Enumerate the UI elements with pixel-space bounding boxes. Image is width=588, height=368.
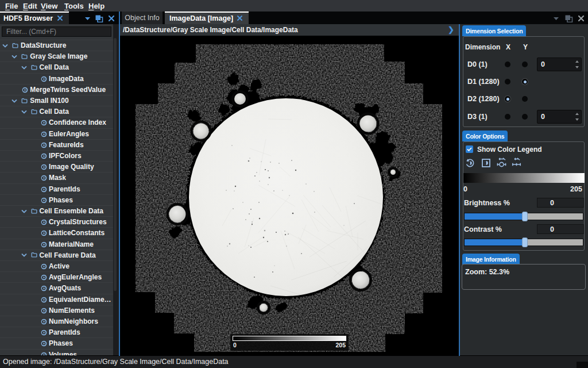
svg-text:205: 205 xyxy=(335,342,346,348)
svg-text:0: 0 xyxy=(233,342,237,348)
